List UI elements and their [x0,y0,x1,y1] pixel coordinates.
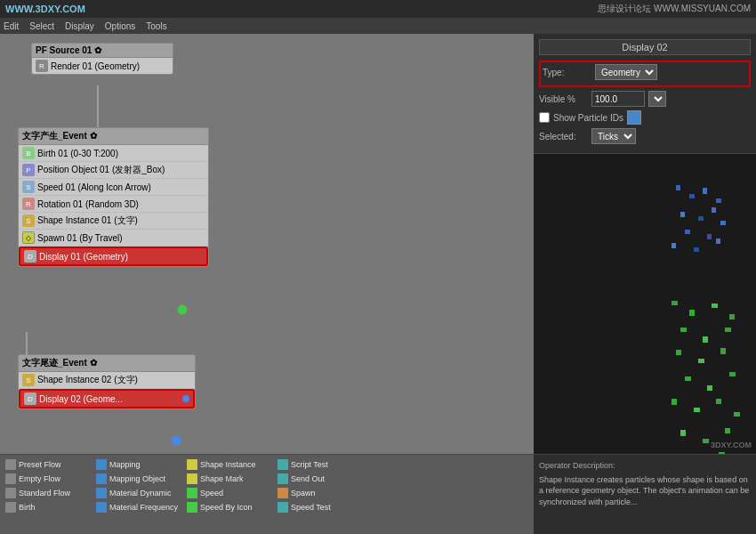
toolbar-col3: Shape Instance Shape Mark Speed Speed By… [185,458,274,530]
render-icon: R [36,60,48,72]
spawn-toolbar-icon [277,488,288,498]
menu-options[interactable]: Options [105,21,135,31]
type-row: Type: Geometry BBox Ticks None [543,64,747,80]
event2-box[interactable]: 文字尾迹_Event ✿ S Shape Instance 02 (文字) D … [18,354,196,409]
properties-panel: Display 02 Type: Geometry BBox Ticks Non… [534,34,756,154]
event1-box[interactable]: 文字产生_Event ✿ B Birth 01 (0-30 T:200) P P… [18,127,209,267]
shape-instance2-item[interactable]: S Shape Instance 02 (文字) [19,372,195,389]
toolbar-shape-mark[interactable]: Shape Mark [185,473,274,485]
toolbar-preset-flow[interactable]: Preset Flow [4,458,92,471]
selected-label: Selected: [539,132,588,142]
svg-rect-18 [672,301,678,305]
svg-rect-36 [703,439,709,443]
position-item[interactable]: P Position Object 01 (发射器_Box) [19,162,208,179]
svg-rect-32 [694,408,700,412]
svg-rect-15 [672,243,676,248]
shape-icon: S [22,214,35,227]
rotation-item[interactable]: R Rotation 01 (Random 3D) [19,196,208,213]
menu-edit[interactable]: Edit [4,21,19,31]
svg-rect-13 [707,234,712,239]
menu-bar[interactable]: Edit Select Display Options Tools [0,18,756,34]
menu-tools[interactable]: Tools [146,21,166,31]
material-freq-icon [96,502,107,513]
main: PF Source 01 ✿ R Render 01 (Geometry) 文字… [0,34,756,534]
speed-toolbar-icon [187,488,197,498]
visible-input[interactable] [591,91,645,107]
shape-mark-icon [187,473,197,484]
svg-rect-30 [729,372,736,376]
selected-select[interactable]: Ticks None Dots [591,128,636,144]
speed-test-icon [277,502,288,513]
show-particle-ids-label: Show Particle IDs [553,113,623,123]
speed-by-icon-icon [187,502,197,513]
toolbar-material-dynamic[interactable]: Material Dynamic [94,487,183,499]
bottom-toolbar: Preset Flow Empty Flow Standard Flow Bir… [0,454,534,534]
toolbar-speed[interactable]: Speed [185,487,274,499]
selected-row: Selected: Ticks None Dots [539,128,751,144]
toolbar-script-test[interactable]: Script Test [276,458,365,471]
svg-rect-34 [734,412,740,417]
toolbar-shape-instance[interactable]: Shape Instance [185,458,274,471]
color-swatch[interactable] [627,110,641,125]
svg-rect-23 [703,336,708,343]
svg-rect-22 [680,328,687,332]
type-select[interactable]: Geometry BBox Ticks None [595,64,657,80]
svg-rect-33 [716,399,721,404]
toolbar-spawn[interactable]: Spawn [276,487,365,499]
toolbar-empty-flow[interactable]: Empty Flow [4,473,92,485]
pf-source-box[interactable]: PF Source 01 ✿ R Render 01 (Geometry) [31,43,173,75]
birth-item[interactable]: B Birth 01 (0-30 T:200) [19,145,208,162]
menu-display[interactable]: Display [65,21,94,31]
green-particles [667,296,747,454]
svg-rect-31 [672,399,677,405]
svg-rect-29 [707,385,712,391]
toolbar-standard-flow[interactable]: Standard Flow [4,487,92,499]
visible-dropdown[interactable]: ▼ [648,91,666,107]
birth-toolbar-icon [5,502,16,513]
preset-flow-icon [5,459,16,470]
toolbar-birth[interactable]: Birth [4,501,92,514]
node-editor[interactable]: PF Source 01 ✿ R Render 01 (Geometry) 文字… [0,34,534,534]
svg-rect-21 [729,314,735,320]
svg-rect-12 [685,230,690,234]
show-particle-ids-row: Show Particle IDs [539,110,751,125]
svg-point-3 [178,305,187,314]
birth-icon: B [22,147,35,159]
shape-instance-item[interactable]: S Shape Instance 01 (文字) [19,213,208,230]
display02-item[interactable]: D Display 02 (Geome... [19,389,195,409]
menu-select[interactable]: Select [29,21,54,31]
blue-particles [667,181,738,270]
render-item[interactable]: R Render 01 (Geometry) [32,58,173,74]
svg-point-4 [172,436,181,445]
properties-title: Display 02 [539,39,751,55]
toolbar-speed-by-icon[interactable]: Speed By Icon [185,501,274,514]
svg-rect-26 [698,359,704,363]
standard-flow-icon [5,488,16,498]
spawn-item[interactable]: ◇ Spawn 01 (By Travel) [19,230,208,247]
visible-label: Visible % [539,94,588,104]
svg-rect-37 [725,428,730,433]
toolbar-mapping-object[interactable]: Mapping Object [94,473,183,485]
toolbar-material-freq[interactable]: Material Frequency [94,501,183,514]
svg-rect-14 [720,221,726,225]
svg-rect-17 [716,239,720,244]
viewport: 3DXY.COM [534,154,756,454]
send-out-icon [277,473,288,484]
brand-right: 思绿设计论坛 WWW.MISSYUAN.COM [598,3,751,15]
svg-rect-28 [685,376,691,381]
empty-flow-icon [5,473,16,484]
toolbar-speed-test[interactable]: Speed Test [276,501,365,514]
show-particle-ids-checkbox[interactable] [539,112,550,123]
operator-desc-text: Shape Instance creates particles whose s… [539,474,751,508]
toolbar-col2: Mapping Mapping Object Material Dynamic … [94,458,183,530]
material-dynamic-icon [96,488,107,498]
position-icon: P [22,164,35,176]
svg-rect-11 [712,207,716,213]
svg-rect-9 [680,212,685,217]
toolbar-send-out[interactable]: Send Out [276,473,365,485]
display02-dot [182,395,189,402]
display01-item[interactable]: D Display 01 (Geometry) [19,247,208,266]
toolbar-mapping[interactable]: Mapping [94,458,183,471]
speed-item[interactable]: S Speed 01 (Along Icon Arrow) [19,179,208,196]
shape2-icon: S [22,374,35,386]
